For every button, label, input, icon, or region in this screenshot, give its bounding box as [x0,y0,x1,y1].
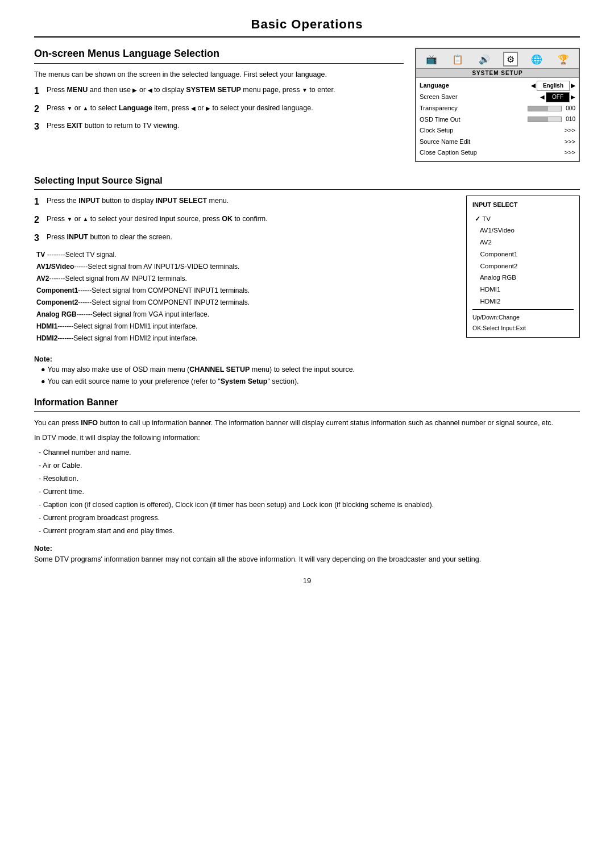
info-para2: In DTV mode, it will display the followi… [34,432,580,443]
input-select-box: INPUT SELECT TV AV1/SVideo AV2 Component… [466,196,580,338]
desc-comp2: Component2------Select signal from COMPO… [36,297,455,308]
page-title: Basic Operations [34,17,580,32]
ss-val-sourcename: >>> [565,137,575,147]
ss-icon-4-active: ⚙ [503,52,518,67]
input-divider [34,189,580,190]
input-select-av2: AV2 [472,236,574,248]
note1-bullet2: You can edit source name to your prefere… [34,376,580,387]
ss-val-language: ◀ English ▶ [531,81,575,91]
info-list-1: - Channel number and name. [34,447,580,458]
onscreen-step-3: 3 Press EXIT button to return to TV view… [34,121,404,134]
ss-arr-right-ss: ▶ [571,93,575,102]
ss-val-box-language: English [537,81,570,91]
ss-val-box-screensaver: OFF [546,92,570,102]
title-divider [34,36,580,38]
ss-table-wrap: Language ◀ English ▶ Screen Saver ◀ OFF … [416,78,579,161]
info-list-6: - Current program broadcast progress. [34,512,580,524]
input-select-title: INPUT SELECT [472,200,574,211]
ss-num-osdtimeout: 010 [563,115,575,124]
desc-hdmi2: HDMI2-------Select signal from HDMI2 inp… [36,333,455,343]
info-heading: Information Banner [34,397,580,408]
ss-row-sourcename: Source Name Edit >>> [420,136,575,148]
input-select-footer2: OK:Select Input:Exit [472,323,574,334]
ss-row-transparency: Transparency 000 [420,103,575,114]
info-list-2: - Air or Cable. [34,460,580,471]
system-setup-diagram: 📺 📋 🔊 ⚙ 🌐 🏆 SYSTEM SETUP Language ◀ Engl… [415,48,580,162]
ss-icon-3: 🔊 [477,52,492,67]
step-num-1: 1 [34,84,47,98]
info-section: Information Banner You can press INFO bu… [34,397,580,565]
ss-bar-osdtimeout [528,117,562,122]
info-para1: You can press INFO button to call up inf… [34,417,580,429]
step-text-2: Press ▼ or ▲ to select Language item, pr… [47,103,404,114]
desc-analogrgb: Analog RGB-------Select signal from VGA … [36,309,455,319]
ss-num-transparency: 000 [563,104,575,113]
desc-tv: TV --------Select TV signal. [36,250,455,260]
ss-key-sourcename: Source Name Edit [420,137,476,147]
ss-icon-1: 📺 [424,52,439,67]
ss-arr-right-language: ▶ [571,81,575,90]
input-select-comp1: Component1 [472,248,574,260]
input-section-inner: 1 Press the INPUT button to display INPU… [34,196,580,345]
desc-av1: AV1/SVideo------Select signal from AV IN… [36,261,455,272]
input-step-text-1: Press the INPUT button to display INPUT … [47,196,455,206]
onscreen-step-2: 2 Press ▼ or ▲ to select Language item, … [34,103,404,117]
onscreen-left: On-screen Menus Language Selection The m… [34,48,404,162]
onscreen-heading: On-screen Menus Language Selection [34,48,404,60]
ss-key-transparency: Transparency [420,103,476,114]
onscreen-section: On-screen Menus Language Selection The m… [34,48,580,162]
info-divider [34,411,580,412]
input-select-footer1: Up/Down:Change [472,312,574,323]
ss-bar-transparency [528,106,562,111]
input-heading: Selecting Input Source Signal [34,176,580,186]
onscreen-divider [34,63,404,64]
input-step-2: 2 Press ▼ or ▲ to select your desired in… [34,214,455,227]
ss-row-language: Language ◀ English ▶ [420,80,575,92]
page-number: 19 [34,576,580,585]
input-select-comp2: Component2 [472,260,574,272]
input-select-analogrgb: Analog RGB [472,272,574,284]
note2-box: Note: Some DTV programs' information ban… [34,545,580,565]
input-select-hdmi2: HDMI2 [472,296,574,308]
input-step-num-3: 3 [34,231,47,246]
input-select-hdmi1: HDMI1 [472,284,574,296]
input-section: Selecting Input Source Signal 1 Press th… [34,176,580,345]
info-list-7: - Current program start and end play tim… [34,525,580,537]
desc-comp1: Component1------Select signal from COMPO… [36,285,455,296]
system-setup-box: 📺 📋 🔊 ⚙ 🌐 🏆 SYSTEM SETUP Language ◀ Engl… [415,48,580,162]
ss-icon-6: 🏆 [556,52,571,67]
ss-key-clocksetup: Clock Setup [420,126,476,136]
input-step-3: 3 Press INPUT button to clear the screen… [34,232,455,246]
input-step-text-2: Press ▼ or ▲ to select your desired inpu… [47,214,455,225]
input-step-1: 1 Press the INPUT button to display INPU… [34,196,455,209]
step-text-3: Press EXIT button to return to TV viewin… [47,121,404,131]
ss-val-osdtimeout: 010 [528,115,575,124]
ss-row-screensaver: Screen Saver ◀ OFF ▶ [420,92,575,103]
note2-title: Note: [34,545,580,553]
ss-row-osdtimeout: OSD Time Out 010 [420,114,575,126]
step-text-1: Press MENU and then use ▶ or ◀ to displa… [47,85,404,95]
input-step-num-1: 1 [34,195,47,209]
step-num-2: 2 [34,102,47,117]
ss-icon-2: 📋 [450,52,465,67]
ss-arr-left-language: ◀ [531,81,536,90]
note1-bullet1: You may also make use of OSD main menu (… [34,364,580,375]
ss-icons-row: 📺 📋 🔊 ⚙ 🌐 🏆 [416,49,579,69]
input-select-av1: AV1/SVideo [472,225,574,236]
desc-hdmi1: HDMI1-------Select signal from HDMI1 inp… [36,321,455,331]
step-num-3: 3 [34,120,47,134]
ss-arr-left-ss: ◀ [540,93,545,102]
input-right: INPUT SELECT TV AV1/SVideo AV2 Component… [466,196,580,345]
desc-av2: AV2-------Select signal from AV INPUT2 t… [36,273,455,284]
ss-val-transparency: 000 [528,104,575,113]
ss-label: SYSTEM SETUP [416,69,579,78]
ss-val-closecaption: >>> [565,148,575,158]
note2-text: Some DTV programs' information banner ma… [34,554,580,565]
info-list-5: - Caption icon (if closed caption is off… [34,499,580,510]
ss-icon-5: 🌐 [529,52,544,67]
ss-val-screensaver: ◀ OFF ▶ [540,92,575,102]
note1-box: Note: You may also make use of OSD main … [34,355,580,387]
input-left: 1 Press the INPUT button to display INPU… [34,196,455,345]
ss-val-clocksetup: >>> [565,126,575,136]
onscreen-step-1: 1 Press MENU and then use ▶ or ◀ to disp… [34,85,404,98]
